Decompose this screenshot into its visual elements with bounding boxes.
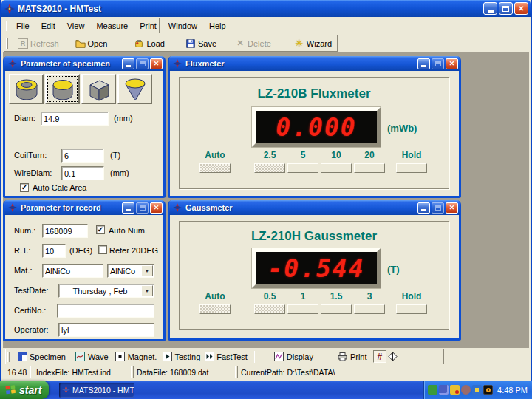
gaussmeter-range-1.5-button[interactable] [321, 304, 352, 314]
open-button[interactable]: Open [73, 35, 110, 51]
gaussmeter-hold-button[interactable] [396, 304, 427, 314]
menu-print[interactable]: Print [134, 19, 163, 33]
refer-20deg-checkbox[interactable] [98, 245, 107, 254]
bottom-toolbar-grip[interactable] [7, 352, 10, 362]
gaussmeter-hold-group: Hold [395, 291, 428, 314]
minimize-button[interactable] [483, 2, 497, 15]
close-button[interactable]: ✕ [150, 202, 163, 214]
chevron-down-icon[interactable]: ▼ [141, 285, 153, 296]
close-button[interactable]: ✕ [150, 58, 163, 69]
menu-grip[interactable] [6, 21, 7, 31]
menu-help[interactable]: Help [203, 19, 232, 33]
gaussmeter-range-1-button[interactable] [287, 304, 318, 314]
status-index-file: IndexFile: HMTest.ind [33, 366, 132, 378]
specimen-shape-cube-button[interactable] [81, 74, 116, 104]
range-label: 1.5 [320, 291, 352, 302]
hash-icon: # [377, 352, 382, 362]
testdate-select[interactable]: Thursday , Feb ▼ [58, 284, 154, 298]
save-button[interactable]: Save [183, 35, 219, 51]
record-titlebar[interactable]: Parameter for record ✕ [4, 200, 164, 215]
menu-window[interactable]: Window [163, 19, 203, 33]
wizard-label: Wizard [307, 39, 332, 48]
specimen-shape-cone-button[interactable] [117, 74, 152, 104]
auto-calc-area-checkbox[interactable] [20, 183, 29, 192]
mat-input[interactable] [42, 264, 103, 278]
gaussmeter-range-0.5-button[interactable] [254, 304, 285, 314]
kite-toggle[interactable] [386, 350, 400, 363]
minimize-button[interactable] [122, 202, 134, 214]
specimen-shape-ring-button[interactable] [9, 74, 44, 104]
specimen-button[interactable]: Specimen [17, 352, 66, 362]
toolbar-grip[interactable] [6, 38, 8, 49]
close-button[interactable]: ✕ [446, 202, 458, 214]
record-window-title: Parameter for record [21, 203, 120, 212]
taskbar-task-mats2010[interactable]: MATS2010 - HMTest [59, 383, 134, 398]
wave-button[interactable]: Wave [75, 352, 109, 362]
gaussmeter-range-group: 3 [353, 291, 386, 314]
gaussmeter-panel: LZ-210H Gaussmeter -0.544 (T) Auto 0.5 [179, 221, 449, 330]
tray-icon-remove-hardware[interactable] [450, 385, 460, 395]
minimize-button[interactable] [122, 58, 134, 69]
certino-input[interactable] [57, 304, 154, 318]
magnet-button[interactable]: Magnet. [115, 352, 157, 362]
range-label: 2.5 [253, 150, 286, 161]
range-label: 5 [287, 150, 319, 161]
gaussmeter-value: -0.544 [267, 254, 364, 283]
tray-icon-network[interactable] [483, 385, 493, 395]
axes-hash-toggle[interactable]: # [373, 350, 386, 363]
fluxmeter-range-20-button[interactable] [354, 163, 385, 173]
close-button[interactable]: ✕ [514, 2, 528, 15]
maximize-button [136, 202, 149, 214]
print-button[interactable]: Print [338, 352, 367, 362]
start-button[interactable]: start [0, 381, 49, 399]
range-label: 20 [353, 150, 386, 161]
num-input[interactable] [42, 224, 88, 238]
operator-input[interactable] [58, 323, 154, 337]
coilturn-input[interactable] [61, 149, 104, 163]
tray-icon-device[interactable] [472, 385, 482, 395]
fluxmeter-auto-button[interactable] [200, 163, 231, 173]
auto-num-checkbox[interactable] [96, 225, 105, 234]
menu-measure[interactable]: Measure [90, 19, 134, 33]
fluxmeter-range-5-button[interactable] [287, 163, 318, 173]
auto-label: Auto [199, 150, 231, 161]
open-label: Open [88, 39, 108, 48]
display-button[interactable]: Display [274, 352, 313, 362]
wizard-button[interactable]: ✳ Wizard [292, 35, 334, 51]
fluxmeter-auto-group: Auto [199, 150, 231, 173]
gaussmeter-titlebar[interactable]: Gaussmeter ✕ [169, 200, 460, 215]
maximize-button [432, 58, 444, 69]
close-button[interactable]: ✕ [446, 58, 458, 69]
fluxmeter-hold-button[interactable] [396, 163, 427, 173]
wirediam-input[interactable] [61, 166, 104, 180]
minimize-button[interactable] [417, 58, 430, 69]
tray-icon-green-shield[interactable] [428, 385, 437, 395]
tray-icon-round[interactable] [461, 385, 471, 395]
chevron-down-icon[interactable]: ▼ [141, 265, 153, 276]
testing-button[interactable]: Testing [162, 352, 200, 362]
specimen-titlebar[interactable]: Parameter of specimen ✕ [4, 56, 164, 71]
gaussmeter-client: LZ-210H Gaussmeter -0.544 (T) Auto 0.5 [170, 215, 459, 338]
testing-label: Testing [174, 352, 200, 361]
specimen-client: Diam: (mm) CoilTurn: (T) WireDiam: (mm) … [5, 71, 163, 196]
diam-input[interactable] [41, 112, 109, 126]
menu-edit[interactable]: Edit [35, 19, 61, 33]
load-button[interactable]: Load [132, 35, 166, 51]
fluxmeter-titlebar[interactable]: Fluxmeter ✕ [169, 56, 460, 71]
wizard-sparkle-icon: ✳ [294, 38, 304, 49]
restore-button[interactable] [499, 2, 513, 15]
mat-select[interactable]: AlNiCo ▼ [107, 264, 154, 278]
menu-file[interactable]: File [10, 19, 35, 33]
specimen-shape-cylinder-button[interactable] [45, 74, 80, 104]
fasttest-button[interactable]: FastTest [204, 352, 248, 362]
fluxmeter-range-2.5-button[interactable] [254, 163, 285, 173]
title-bar[interactable]: MATS2010 - HMTest ✕ [1, 0, 531, 17]
fluxmeter-range-10-button[interactable] [321, 163, 352, 173]
gaussmeter-range-3-button[interactable] [354, 304, 385, 314]
gaussmeter-auto-button[interactable] [200, 304, 231, 314]
tray-icon-monitors[interactable] [439, 385, 449, 395]
minimize-button[interactable] [417, 202, 430, 214]
app-icon [4, 4, 15, 14]
menu-view[interactable]: View [61, 19, 91, 33]
rt-input[interactable] [42, 244, 66, 258]
